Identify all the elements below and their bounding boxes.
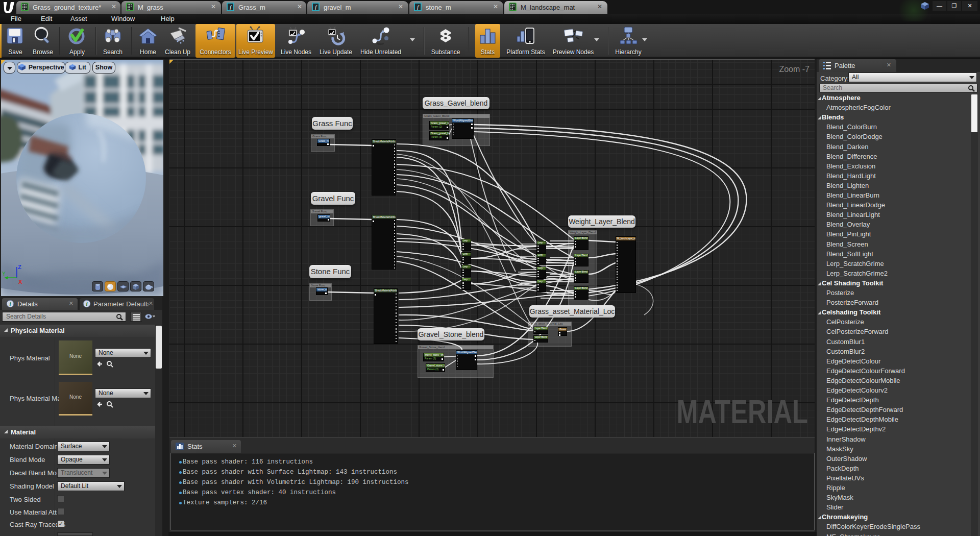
svg-text:Y: Y bbox=[2, 271, 6, 277]
svg-text:Z: Z bbox=[18, 264, 21, 270]
svg-text:X: X bbox=[18, 279, 22, 285]
